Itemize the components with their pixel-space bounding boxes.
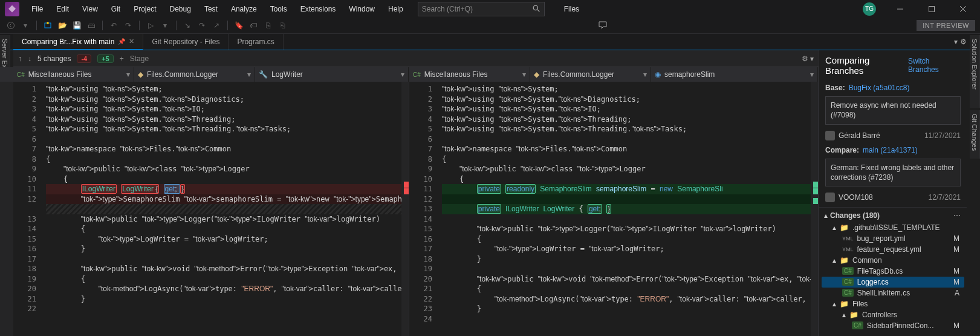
- menu-test[interactable]: Test: [198, 1, 224, 17]
- gear-icon[interactable]: ⚙: [960, 38, 967, 46]
- menu-git[interactable]: Git: [105, 1, 126, 17]
- svg-point-6: [8, 22, 15, 29]
- uncomment-button[interactable]: ⎗: [276, 19, 288, 31]
- menu-view[interactable]: View: [76, 1, 104, 17]
- added-badge: +5: [97, 54, 114, 63]
- class-icon: ◆: [138, 70, 143, 79]
- bookmark-button[interactable]: 🔖: [233, 19, 245, 31]
- compare-branch[interactable]: main (21a41371): [863, 146, 918, 154]
- menu-debug[interactable]: Debug: [164, 1, 197, 17]
- save-all-button[interactable]: 🗃: [85, 19, 97, 31]
- combo-project-left[interactable]: C# Miscellaneous Files▾: [13, 67, 134, 82]
- redo-button[interactable]: ↷: [122, 19, 134, 31]
- step-into-button[interactable]: ↘: [181, 19, 193, 31]
- tab-git-repository[interactable]: Git Repository - Files: [143, 34, 229, 50]
- nav-fwd-button[interactable]: ▾: [19, 19, 31, 31]
- toolbar: ▾ 📂 💾 🗃 ↶ ↷ ▷ ▾ ↘ ↷ ↗ 🔖 🏷 ⎘ ⎗ INT PREVIE…: [0, 18, 980, 34]
- base-author: Gérald Barré: [839, 131, 880, 140]
- step-over-button[interactable]: ↷: [196, 19, 208, 31]
- csharp-icon: C#: [413, 71, 421, 78]
- bookmark2-button[interactable]: 🏷: [247, 19, 259, 31]
- diff-settings-icon[interactable]: ⚙ ▾: [802, 54, 814, 63]
- field-icon: ◉: [655, 70, 661, 79]
- stage-button[interactable]: Stage: [130, 54, 149, 63]
- menubar: File Edit View Git Project Debug Test An…: [0, 0, 980, 18]
- comment-button[interactable]: ⎘: [262, 19, 274, 31]
- tree-file-filetags[interactable]: C#FileTagsDb.csM: [822, 266, 964, 277]
- code-right[interactable]: "tok-kw">using "tok-ns">System;"tok-kw">…: [437, 82, 818, 336]
- combo-class-left[interactable]: ◆ Files.Common.Logger▾: [134, 67, 255, 82]
- combo-class-right[interactable]: ◆ Files.Common.Logger▾: [530, 67, 651, 82]
- tree-folder-github[interactable]: ▴📁.github\ISSUE_TEMPLATE: [822, 222, 964, 233]
- menu-tools[interactable]: Tools: [264, 1, 293, 17]
- tree-file-feature-request[interactable]: YMLfeature_request.ymlM: [822, 244, 964, 255]
- open-button[interactable]: 📂: [56, 19, 68, 31]
- base-label: Base:: [825, 84, 845, 92]
- menu-analyze[interactable]: Analyze: [225, 1, 263, 17]
- compare-author: VOOM108: [839, 193, 873, 202]
- combo-member-left[interactable]: 🔧 LogWriter▾: [255, 67, 409, 82]
- code-area-right[interactable]: 123456789101112131415161718192021222324 …: [409, 82, 818, 336]
- prev-change-button[interactable]: ↑: [18, 54, 22, 63]
- code-area-left[interactable]: 12345678910111213141516171819202122 "tok…: [0, 82, 409, 336]
- save-button[interactable]: 💾: [71, 19, 83, 31]
- vs-logo: [5, 2, 19, 16]
- close-icon[interactable]: ✕: [129, 38, 134, 45]
- search-icon: [533, 5, 540, 13]
- start-button[interactable]: ▷: [144, 19, 157, 31]
- new-item-button[interactable]: [42, 19, 54, 31]
- combo-member-right[interactable]: ◉ semaphoreSlim▾: [651, 67, 818, 82]
- tree-file-logger[interactable]: C#Logger.csM: [822, 277, 964, 288]
- changes-tree: ▴📁.github\ISSUE_TEMPLATE YMLbug_report.y…: [819, 222, 967, 336]
- close-button[interactable]: [951, 1, 975, 18]
- minimize-button[interactable]: [888, 1, 912, 18]
- base-branch[interactable]: BugFix (a5a01cc8): [849, 84, 910, 92]
- svg-point-0: [533, 5, 537, 10]
- more-icon[interactable]: ⋯: [953, 211, 961, 220]
- tab-compare-branches[interactable]: Comparing Br...Fix with main 📌 ✕: [13, 34, 143, 50]
- line-numbers-right: 123456789101112131415161718192021222324: [409, 82, 437, 336]
- switch-branches-link[interactable]: Switch Branches: [908, 57, 961, 74]
- change-strip-left[interactable]: [401, 82, 409, 336]
- chevron-down-icon[interactable]: ▴: [824, 211, 828, 220]
- search-input[interactable]: Search (Ctrl+Q): [418, 2, 545, 16]
- menu-edit[interactable]: Edit: [50, 1, 75, 17]
- tree-folder-files[interactable]: ▴📁Files: [822, 298, 964, 309]
- class-icon: ◆: [534, 70, 539, 79]
- step-out-button[interactable]: ↗: [210, 19, 222, 31]
- menu-window[interactable]: Window: [343, 1, 381, 17]
- compare-label: Compare:: [825, 146, 859, 154]
- undo-button[interactable]: ↶: [108, 19, 120, 31]
- tree-folder-controllers[interactable]: ▴📁Controllers: [822, 309, 964, 320]
- menu-project[interactable]: Project: [128, 1, 162, 17]
- menu-files[interactable]: Files: [558, 1, 585, 17]
- changes-header: Changes (180): [830, 211, 880, 220]
- start-menu-button[interactable]: ▾: [159, 19, 171, 31]
- feedback-icon[interactable]: [598, 21, 608, 30]
- menu-file[interactable]: File: [25, 1, 49, 17]
- document-tabbar: Comparing Br...Fix with main 📌 ✕ Git Rep…: [0, 34, 980, 50]
- pin-icon[interactable]: 📌: [118, 38, 125, 45]
- property-icon: 🔧: [259, 70, 268, 79]
- next-change-button[interactable]: ↓: [28, 54, 31, 63]
- user-avatar[interactable]: TG: [863, 2, 876, 16]
- base-date: 11/27/2021: [924, 131, 961, 140]
- combo-project-right[interactable]: C# Miscellaneous Files▾: [409, 67, 530, 82]
- change-strip-right[interactable]: [811, 82, 818, 336]
- author-avatar-icon: [825, 193, 835, 202]
- tab-program-cs[interactable]: Program.cs: [229, 34, 283, 50]
- tree-file-sidebar[interactable]: C#SidebarPinnedCon...M: [822, 320, 964, 331]
- nav-back-button[interactable]: [5, 19, 17, 31]
- tree-file-bug-report[interactable]: YMLbug_report.ymlM: [822, 233, 964, 244]
- menu-extensions[interactable]: Extensions: [294, 1, 342, 17]
- nav-row-left: C# Miscellaneous Files▾ ◆ Files.Common.L…: [0, 67, 409, 82]
- maximize-button[interactable]: [920, 1, 944, 18]
- menu-help[interactable]: Help: [382, 1, 409, 17]
- code-left[interactable]: "tok-kw">using "tok-ns">System;"tok-kw">…: [41, 82, 409, 336]
- tab-dropdown-icon[interactable]: ▾: [954, 38, 958, 46]
- tree-folder-common[interactable]: ▴📁Common: [822, 255, 964, 266]
- tree-file-shelllink[interactable]: C#ShellLinkItem.csA: [822, 288, 964, 298]
- folder-icon: 📁: [840, 300, 849, 308]
- author-avatar-icon: [825, 131, 835, 140]
- csharp-icon: C#: [842, 278, 854, 286]
